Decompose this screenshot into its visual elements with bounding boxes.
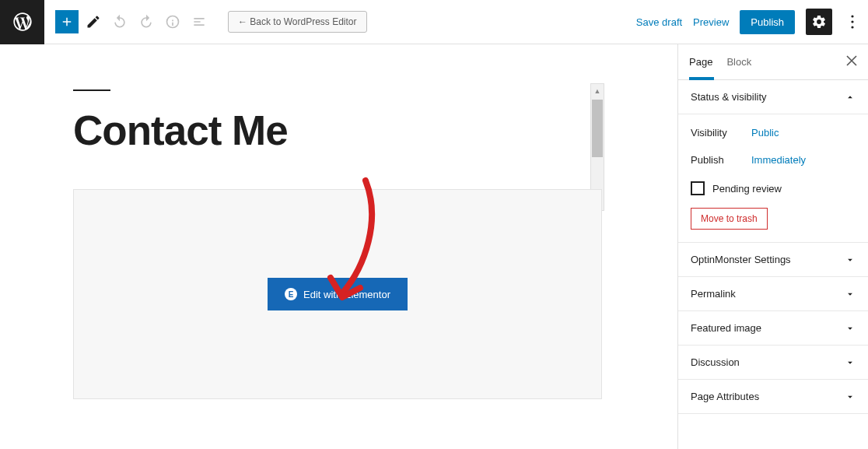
pending-review-label: Pending review — [712, 183, 782, 195]
panel-discussion[interactable]: Discussion — [678, 346, 868, 380]
visibility-row: Visibility Public — [691, 119, 856, 146]
title-separator — [73, 89, 110, 91]
chevron-down-icon — [845, 391, 856, 402]
edit-mode-button[interactable] — [82, 10, 105, 33]
preview-link[interactable]: Preview — [693, 16, 729, 28]
back-to-wordpress-button[interactable]: ← Back to WordPress Editor — [228, 11, 367, 33]
pencil-icon — [86, 14, 101, 30]
list-icon — [191, 14, 207, 30]
add-block-button[interactable] — [55, 10, 79, 33]
visibility-value[interactable]: Public — [751, 127, 779, 139]
close-settings-button[interactable] — [846, 54, 857, 70]
toolbar-right: Save draft Preview Publish — [636, 9, 868, 35]
panel-heading-label: Featured image — [691, 322, 761, 334]
chevron-down-icon — [845, 254, 856, 265]
more-vertical-icon — [851, 15, 854, 29]
gear-icon — [811, 14, 827, 30]
save-draft-link[interactable]: Save draft — [636, 16, 682, 28]
editor-canvas: Contact Me ▲ ▼ E Edit with Elementor — [0, 44, 677, 449]
wordpress-logo[interactable] — [0, 0, 44, 44]
chevron-down-icon — [845, 289, 856, 300]
svg-point-2 — [851, 26, 853, 28]
svg-point-0 — [851, 15, 853, 17]
chevron-down-icon — [845, 357, 856, 368]
panel-optinmonster[interactable]: OptinMonster Settings — [678, 243, 868, 277]
redo-icon — [138, 14, 154, 30]
sidebar-tabs: Page Block — [678, 44, 868, 80]
editor-topbar: ← Back to WordPress Editor Save draft Pr… — [0, 0, 868, 44]
panel-heading-label: Discussion — [691, 356, 740, 368]
panel-heading-label: OptinMonster Settings — [691, 254, 791, 265]
panel-status-body: Visibility Public Publish Immediately Pe… — [678, 114, 868, 243]
info-icon — [165, 14, 180, 30]
publish-value[interactable]: Immediately — [751, 154, 806, 166]
panel-permalink[interactable]: Permalink — [678, 277, 868, 311]
publish-label: Publish — [691, 154, 751, 166]
pending-review-row[interactable]: Pending review — [691, 174, 856, 208]
panel-heading-label: Page Attributes — [691, 391, 759, 402]
panel-heading-label: Status & visibility — [691, 91, 767, 103]
publish-row: Publish Immediately — [691, 146, 856, 174]
tab-block[interactable]: Block — [726, 46, 751, 78]
move-to-trash-button[interactable]: Move to trash — [691, 208, 768, 230]
outline-button[interactable] — [187, 10, 211, 33]
tab-page[interactable]: Page — [689, 46, 712, 78]
tab-underline — [689, 77, 714, 80]
elementor-button-label: Edit with Elementor — [303, 289, 390, 300]
main-area: Contact Me ▲ ▼ E Edit with Elementor Pag… — [0, 44, 868, 449]
more-menu-button[interactable] — [843, 9, 862, 35]
panel-featured-image[interactable]: Featured image — [678, 311, 868, 346]
settings-button[interactable] — [806, 9, 832, 35]
edit-with-elementor-button[interactable]: E Edit with Elementor — [268, 278, 408, 310]
panel-status-visibility[interactable]: Status & visibility — [678, 80, 868, 114]
settings-sidebar: Page Block Status & visibility Visibilit… — [677, 44, 868, 449]
undo-button[interactable] — [108, 10, 131, 33]
scroll-thumb[interactable] — [592, 100, 603, 157]
scroll-up-icon[interactable]: ▲ — [594, 84, 601, 98]
chevron-up-icon — [845, 92, 856, 103]
redo-button[interactable] — [135, 10, 158, 33]
toolbar-left: ← Back to WordPress Editor — [44, 10, 367, 33]
visibility-label: Visibility — [691, 127, 751, 139]
pending-review-checkbox[interactable] — [691, 181, 705, 195]
panel-heading-label: Permalink — [691, 288, 736, 300]
publish-button[interactable]: Publish — [740, 10, 795, 34]
wordpress-icon — [12, 11, 33, 33]
chevron-down-icon — [845, 323, 856, 334]
info-button[interactable] — [161, 10, 184, 33]
content-placeholder: E Edit with Elementor — [73, 189, 602, 399]
elementor-icon: E — [285, 288, 297, 300]
close-icon — [846, 55, 857, 66]
svg-point-1 — [851, 20, 853, 23]
panel-page-attributes[interactable]: Page Attributes — [678, 380, 868, 414]
undo-icon — [112, 14, 128, 30]
page-title[interactable]: Contact Me — [73, 107, 288, 154]
plus-icon — [60, 15, 74, 29]
